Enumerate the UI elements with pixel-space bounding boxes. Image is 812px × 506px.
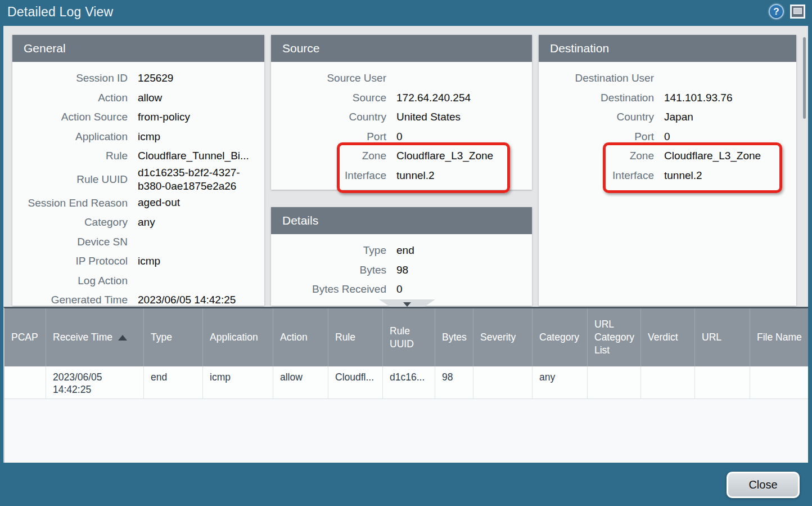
window-icon[interactable]: [790, 5, 805, 19]
panel-destination: Destination Destination UserDestination1…: [539, 35, 796, 306]
column-header-rule-uuid[interactable]: Rule UUID: [383, 308, 435, 366]
field-row-country: CountryJapan: [539, 108, 796, 127]
column-header-receive-time[interactable]: Receive Time: [46, 308, 144, 366]
field-label-port: Port: [271, 130, 386, 144]
column-header-label: URL: [702, 331, 721, 344]
field-label-device-sn: Device SN: [12, 235, 128, 249]
panel-source: Source Source UserSource172.64.240.254Co…: [271, 35, 532, 190]
field-row-port: Port0: [539, 127, 796, 147]
field-label-generated-time: Generated Time: [12, 293, 128, 306]
field-row-source: Source172.64.240.254: [271, 88, 532, 108]
column-header-url-category-list[interactable]: URL Category List: [588, 308, 641, 366]
field-row-log-action: Log Action: [12, 271, 264, 290]
panel-general-title: General: [12, 35, 264, 62]
column-header-label: Action: [280, 331, 308, 344]
field-row-source-user: Source User: [271, 69, 532, 88]
field-row-country: CountryUnited States: [271, 108, 532, 127]
field-label-port: Port: [539, 130, 654, 144]
field-label-rule-uuid: Rule UUID: [12, 173, 128, 186]
field-row-category: Categoryany: [12, 213, 264, 232]
field-value-session-id: 125629: [138, 71, 259, 85]
field-value-zone: Cloudflare_L3_Zone: [396, 149, 526, 163]
column-header-rule[interactable]: Rule: [328, 308, 383, 366]
field-row-interface: Interfacetunnel.2: [539, 166, 796, 186]
field-label-ip-protocol: IP Protocol: [12, 254, 128, 268]
field-row-port: Port0: [271, 127, 532, 147]
cell-pcap: [4, 366, 46, 398]
field-value-interface: tunnel.2: [664, 169, 791, 182]
dialog-content: General Session ID125629ActionallowActio…: [3, 26, 808, 463]
column-header-label: Severity: [480, 331, 516, 344]
cell-severity: [473, 366, 533, 398]
field-label-type: Type: [271, 244, 386, 257]
panel-details-title: Details: [271, 207, 532, 234]
field-row-ip-protocol: IP Protocolicmp: [12, 252, 264, 271]
column-header-severity[interactable]: Severity: [473, 308, 533, 366]
dialog-titlebar: Detailed Log View ?: [0, 0, 812, 26]
field-label-source: Source: [271, 91, 386, 105]
help-icon[interactable]: ?: [769, 4, 784, 19]
field-value-generated-time: 2023/06/05 14:42:25: [138, 293, 259, 306]
field-label-interface: Interface: [539, 169, 654, 182]
cell-rule: Cloudfl...: [328, 366, 383, 398]
field-label-action-source: Action Source: [12, 110, 128, 124]
field-row-zone: ZoneCloudflare_L3_Zone: [539, 146, 796, 166]
field-value-source: 172.64.240.254: [396, 91, 526, 105]
dialog-title: Detailed Log View: [7, 5, 113, 20]
column-header-application[interactable]: Application: [203, 308, 273, 366]
column-header-verdict[interactable]: Verdict: [641, 308, 695, 366]
field-row-type: Typeend: [271, 241, 532, 261]
field-value-bytes-received: 0: [396, 283, 526, 296]
column-header-action[interactable]: Action: [273, 308, 328, 366]
field-label-interface: Interface: [271, 169, 386, 182]
cell-verdict: [641, 366, 695, 398]
field-label-bytes-received: Bytes Received: [271, 283, 386, 296]
field-label-log-action: Log Action: [12, 274, 128, 288]
log-table: PCAPReceive TimeTypeApplicationActionRul…: [3, 307, 808, 463]
field-value-bytes: 98: [396, 263, 526, 277]
column-header-type[interactable]: Type: [144, 308, 203, 366]
column-header-label: PCAP: [11, 331, 38, 344]
field-value-zone: Cloudflare_L3_Zone: [664, 149, 791, 163]
log-table-row[interactable]: 2023/06/05 14:42:25endicmpallowCloudfl..…: [4, 366, 808, 399]
field-row-zone: ZoneCloudflare_L3_Zone: [271, 146, 532, 166]
column-header-url[interactable]: URL: [695, 308, 750, 366]
field-value-ip-protocol: icmp: [138, 254, 259, 268]
panel-details: Details TypeendBytes98Bytes Received0: [271, 207, 532, 306]
field-value-port: 0: [396, 130, 526, 144]
field-value-interface: tunnel.2: [396, 169, 526, 182]
column-header-label: Rule UUID: [390, 325, 430, 351]
field-value-session-end-reason: aged-out: [138, 196, 259, 209]
panel-general-body: Session ID125629ActionallowAction Source…: [12, 62, 264, 306]
vertical-scrollbar-thumb[interactable]: [803, 37, 806, 119]
field-value-destination: 141.101.93.76: [664, 91, 791, 105]
titlebar-icons: ?: [769, 4, 805, 19]
field-label-category: Category: [12, 216, 128, 229]
cell-application: icmp: [203, 366, 273, 398]
cell-action: allow: [273, 366, 328, 398]
column-header-bytes[interactable]: Bytes: [435, 308, 473, 366]
field-value-category: any: [138, 216, 259, 229]
field-row-bytes-received: Bytes Received0: [271, 280, 532, 299]
cell-rule-uuid: d1c16...: [383, 366, 435, 398]
column-header-category[interactable]: Category: [533, 308, 588, 366]
field-value-rule: Cloudflare_Tunnel_Bi...: [138, 149, 259, 163]
panel-details-body: TypeendBytes98Bytes Received0: [271, 234, 532, 306]
column-header-pcap[interactable]: PCAP: [4, 308, 46, 366]
cell-url-category-list: [588, 366, 641, 398]
column-header-label: Rule: [335, 331, 355, 344]
column-header-file-name[interactable]: File Name: [750, 308, 808, 366]
column-header-label: Application: [210, 331, 258, 344]
detailed-log-view-dialog: Detailed Log View ? General Session ID12…: [0, 0, 812, 506]
field-row-bytes: Bytes98: [271, 261, 532, 280]
column-header-label: Receive Time: [53, 331, 112, 344]
cell-file-name: [750, 366, 808, 398]
field-row-session-end-reason: Session End Reasonaged-out: [12, 193, 264, 213]
close-button[interactable]: Close: [727, 472, 800, 498]
panel-general: General Session ID125629ActionallowActio…: [12, 35, 264, 306]
window-icon-glyph: [793, 8, 802, 14]
field-row-destination-user: Destination User: [539, 69, 796, 88]
field-value-type: end: [396, 244, 526, 257]
field-value-country: Japan: [664, 110, 791, 124]
cell-bytes: 98: [435, 366, 473, 398]
